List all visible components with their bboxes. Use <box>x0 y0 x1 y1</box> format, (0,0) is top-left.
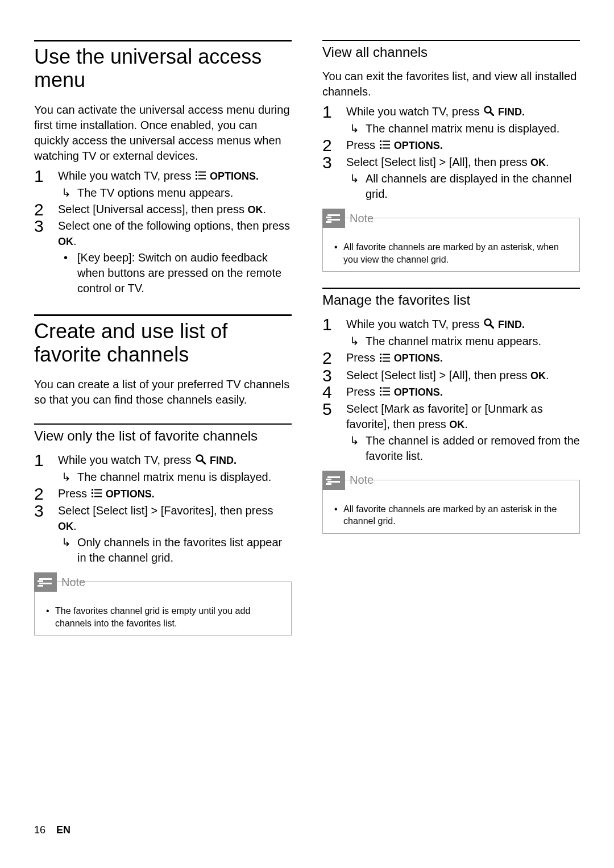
options-icon <box>380 138 390 153</box>
steps-list: While you watch TV, press OPTIONS. The T… <box>34 168 292 296</box>
result-text: The TV options menu appears. <box>58 185 292 201</box>
steps-list: While you watch TV, press FIND. The chan… <box>34 452 292 566</box>
language-label: EN <box>56 824 70 836</box>
step-item: Select [Select list] > [All], then press… <box>322 155 580 202</box>
step-item: Press OPTIONS. <box>34 486 292 502</box>
step-item: Select [Mark as favorite] or [Unmark as … <box>322 401 580 464</box>
right-column: View all channels You can exit the favor… <box>322 40 580 636</box>
note-label: Note <box>350 474 374 487</box>
step-item: Press OPTIONS. <box>322 384 580 400</box>
note-icon <box>34 572 57 592</box>
find-icon <box>484 105 494 120</box>
section-heading: Use the universal access menu <box>34 40 292 92</box>
step-item: Select [Select list] > [Favorites], then… <box>34 503 292 566</box>
step-item: Select [Select list] > [All], then press… <box>322 368 580 383</box>
step-item: While you watch TV, press FIND. The chan… <box>34 452 292 485</box>
intro-text: You can create a list of your preferred … <box>34 377 292 408</box>
step-item: While you watch TV, press FIND. The chan… <box>322 104 580 136</box>
step-item: Select one of the following options, the… <box>34 218 292 296</box>
step-item: While you watch TV, press FIND. The chan… <box>322 317 580 349</box>
note-icon <box>322 209 345 228</box>
result-text: All channels are displayed in the channe… <box>346 171 580 202</box>
subsection-heading: Manage the favorites list <box>322 288 580 309</box>
note-box: Note All favorite channels are marked by… <box>322 218 580 272</box>
options-icon <box>196 169 206 184</box>
step-item: Press OPTIONS. <box>322 138 580 153</box>
subsection-heading: View all channels <box>322 40 580 61</box>
steps-list: While you watch TV, press FIND. The chan… <box>322 104 580 202</box>
result-text: The channel matrix menu appears. <box>346 334 580 349</box>
find-icon <box>484 317 494 333</box>
note-box: Note The favorites channel grid is empty… <box>34 582 292 636</box>
step-item: While you watch TV, press OPTIONS. The T… <box>34 168 292 201</box>
subsection-heading: View only the list of favorite channels <box>34 423 292 445</box>
intro-text: You can activate the universal access me… <box>34 102 292 164</box>
find-icon <box>196 453 206 468</box>
result-text: The channel matrix menu is displayed. <box>346 121 580 136</box>
left-column: Use the universal access menu You can ac… <box>34 40 292 636</box>
page-footer: 16 EN <box>34 824 70 836</box>
steps-list: While you watch TV, press FIND. The chan… <box>322 317 580 464</box>
note-text: All favorite channels are marked by an a… <box>332 503 570 528</box>
bullet-item: [Key beep]: Switch on audio feedback whe… <box>58 250 292 296</box>
result-text: The channel matrix menu is displayed. <box>58 470 292 485</box>
note-text: All favorite channels are marked by an a… <box>332 241 570 265</box>
options-icon <box>380 385 390 400</box>
page-number: 16 <box>34 824 45 836</box>
step-item: Press OPTIONS. <box>322 350 580 366</box>
note-label: Note <box>350 212 374 225</box>
intro-text: You can exit the favorites list, and vie… <box>322 69 580 99</box>
result-text: Only channels in the favorites list appe… <box>58 535 292 566</box>
result-text: The channel is added or removed from the… <box>346 433 580 464</box>
note-text: The favorites channel grid is empty unti… <box>44 605 282 629</box>
options-icon <box>92 487 102 502</box>
step-item: Select [Universal access], then press OK… <box>34 202 292 217</box>
section-heading: Create and use list of favorite channels <box>34 314 292 367</box>
note-label: Note <box>61 576 85 589</box>
note-box: Note All favorite channels are marked by… <box>322 480 580 534</box>
note-icon <box>322 471 345 490</box>
options-icon <box>380 351 390 367</box>
